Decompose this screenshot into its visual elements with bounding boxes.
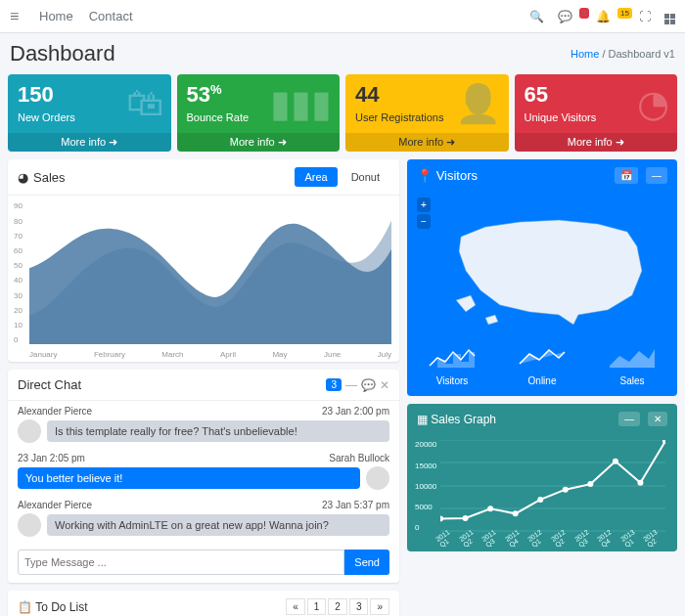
stat-user-reg: 44User Registrations 👤 More info ➜: [345, 74, 509, 152]
page-link[interactable]: »: [370, 598, 389, 615]
close-icon[interactable]: ✕: [648, 412, 667, 426]
nav-contact[interactable]: Contact: [89, 9, 133, 23]
minus-icon[interactable]: —: [646, 167, 667, 184]
svg-point-9: [537, 497, 543, 503]
stat-visitors: 65Unique Visitors ◔ More info ➜: [515, 74, 678, 152]
pie-icon: ◔: [637, 82, 669, 125]
chat-message: Alexander Pierce23 Jan 5:37 pm Working w…: [8, 495, 399, 542]
stat-boxes: 150New Orders 🛍 More info ➜ 53%Bounce Ra…: [0, 74, 685, 152]
svg-point-11: [587, 481, 593, 487]
avatar: [18, 513, 41, 537]
breadcrumb: Home / Dashboard v1: [571, 48, 675, 60]
sales-graph-title: ▦ Sales Graph: [417, 413, 496, 426]
chat-bubble: Is this template really for free? That's…: [47, 420, 389, 442]
menu-toggle-icon[interactable]: [10, 8, 23, 25]
visitors-card: 📍 Visitors 📅 — +− Visitors Online Sales: [407, 159, 677, 396]
sales-graph-chart: 20000150001000050000 2011 Q12011 Q22011 …: [407, 434, 677, 551]
chat-bubble: Working with AdminLTE on a great new app…: [47, 514, 389, 536]
page-link[interactable]: 1: [307, 598, 327, 615]
breadcrumb-current: Dashboard v1: [609, 48, 676, 60]
sales-chart: 9080706050403020100 JanuaryFebruaryMarch…: [8, 196, 399, 362]
apps-icon[interactable]: [664, 8, 675, 24]
avatar: [366, 466, 389, 490]
bag-icon: 🛍: [126, 82, 163, 124]
spark-online: Online: [497, 346, 587, 386]
messages-icon[interactable]: 💬3: [558, 10, 582, 23]
comments-icon[interactable]: 💬: [361, 378, 376, 392]
page-title: Dashboard: [10, 41, 115, 66]
nav-home[interactable]: Home: [39, 9, 73, 23]
sales-graph-card: ▦ Sales Graph — ✕ 20000150001000050000: [407, 404, 677, 551]
minus-icon[interactable]: —: [618, 412, 640, 426]
todo-title: 📋 To Do List: [18, 600, 87, 614]
svg-point-6: [463, 515, 469, 521]
chat-badge: 3: [326, 378, 342, 391]
page-header: Dashboard Home / Dashboard v1: [0, 33, 685, 74]
sales-title: ◕ Sales: [18, 170, 66, 185]
notifications-badge: 15: [617, 8, 632, 19]
more-info-link[interactable]: More info ➜: [177, 133, 341, 152]
fullscreen-icon[interactable]: ⛶: [639, 10, 651, 23]
usa-map[interactable]: [431, 198, 667, 334]
page-link[interactable]: 2: [328, 598, 347, 615]
calendar-icon[interactable]: 📅: [615, 167, 638, 184]
more-info-link[interactable]: More info ➜: [8, 133, 171, 152]
chat-message: 23 Jan 2:05 pmSarah Bullock You better b…: [8, 448, 399, 495]
chat-card: Direct Chat 3 — 💬 ✕ Alexander Pierce23 J…: [8, 370, 399, 583]
page-link[interactable]: «: [286, 598, 305, 615]
tab-area[interactable]: Area: [295, 167, 337, 187]
spark-sales: Sales: [587, 346, 677, 386]
bars-icon: ▮▮▮: [270, 82, 332, 125]
top-nav: Home Contact 🔍 💬3 🔔15 ⛶: [0, 0, 685, 33]
more-info-link[interactable]: More info ➜: [345, 133, 509, 152]
notifications-icon[interactable]: 🔔15: [596, 10, 625, 23]
pagination: «123»: [286, 598, 389, 615]
svg-point-5: [440, 516, 443, 522]
stat-new-orders: 150New Orders 🛍 More info ➜: [8, 74, 171, 152]
todo-card: 📋 To Do List «123»: [8, 591, 399, 616]
svg-point-8: [513, 511, 519, 517]
send-button[interactable]: Send: [344, 550, 389, 575]
svg-point-13: [637, 480, 643, 486]
chat-input[interactable]: [18, 550, 344, 575]
zoom-out-icon[interactable]: −: [417, 214, 431, 229]
chat-title: Direct Chat: [18, 377, 81, 392]
user-plus-icon: 👤: [455, 82, 501, 125]
breadcrumb-home[interactable]: Home: [571, 48, 599, 60]
search-icon[interactable]: 🔍: [529, 10, 544, 23]
chat-message: Alexander Pierce23 Jan 2:00 pm Is this t…: [8, 401, 399, 448]
svg-point-12: [613, 459, 618, 464]
page-link[interactable]: 3: [349, 598, 369, 615]
minus-icon[interactable]: —: [345, 378, 357, 392]
avatar: [18, 419, 41, 443]
svg-point-7: [487, 506, 493, 512]
svg-point-10: [563, 487, 569, 493]
chat-bubble: You better believe it!: [18, 467, 360, 489]
visitors-title: 📍 Visitors: [417, 168, 478, 183]
messages-badge: 3: [579, 8, 589, 19]
close-icon[interactable]: ✕: [380, 378, 389, 392]
stat-bounce-rate: 53%Bounce Rate ▮▮▮ More info ➜: [177, 74, 341, 152]
tab-donut[interactable]: Donut: [342, 167, 389, 187]
zoom-in-icon[interactable]: +: [417, 198, 431, 212]
spark-visitors: Visitors: [407, 346, 497, 386]
more-info-link[interactable]: More info ➜: [515, 133, 678, 152]
sales-card: ◕ Sales Area Donut 9080706050403020100 J…: [8, 159, 399, 362]
